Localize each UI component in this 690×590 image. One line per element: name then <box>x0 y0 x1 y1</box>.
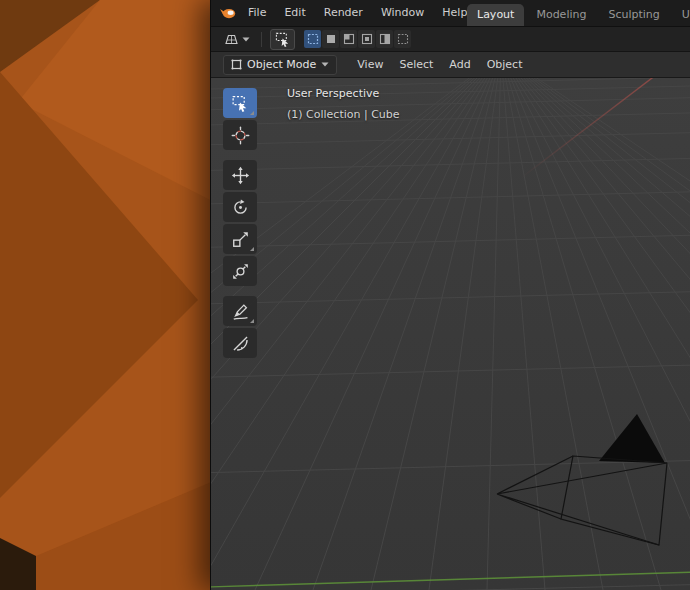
menu-select[interactable]: Select <box>391 52 441 77</box>
toggle-select-intersect[interactable] <box>376 30 393 48</box>
menu-file[interactable]: File <box>239 0 275 26</box>
tool-annotate[interactable] <box>223 296 257 326</box>
viewport-canvas[interactable]: User Perspective (1) Collection | Cube <box>211 78 690 590</box>
tool-scale[interactable] <box>223 224 257 254</box>
workspace-tabs: Layout Modeling Sculpting UV Ed <box>467 4 690 26</box>
toggle-select-add[interactable] <box>340 30 357 48</box>
measure-icon <box>231 334 250 353</box>
cursor-3d-icon <box>231 126 250 145</box>
toggle-select-lasso[interactable] <box>394 30 411 48</box>
tab-uv-editing[interactable]: UV Ed <box>672 4 690 26</box>
annotate-pen-icon <box>231 302 250 321</box>
tab-sculpting[interactable]: Sculpting <box>598 4 669 26</box>
topbar: File Edit Render Window Help Layout Mode… <box>211 0 690 27</box>
mode-dropdown[interactable]: Object Mode <box>223 55 337 75</box>
axis-y-line <box>211 572 690 587</box>
editor-type-button[interactable] <box>221 30 253 48</box>
tab-modeling[interactable]: Modeling <box>526 4 596 26</box>
active-tool-indicator[interactable] <box>270 29 295 50</box>
toggle-select-subtract[interactable] <box>358 30 375 48</box>
active-collection-label: (1) Collection | Cube <box>287 108 400 121</box>
tool-cursor[interactable] <box>223 120 257 150</box>
tool-transform[interactable] <box>223 256 257 286</box>
transform-icon <box>231 262 250 281</box>
menu-view[interactable]: View <box>349 52 391 77</box>
tool-group-gap <box>223 288 257 294</box>
viewport-header: Object Mode View Select Add Object <box>211 52 690 78</box>
tool-select-box[interactable] <box>223 88 257 118</box>
select-box-icon <box>274 31 292 48</box>
tab-layout[interactable]: Layout <box>467 4 524 26</box>
move-icon <box>231 166 250 185</box>
tool-group-gap <box>223 152 257 158</box>
viewport-overlay-text: User Perspective (1) Collection | Cube <box>287 87 400 121</box>
rotate-icon <box>231 198 250 217</box>
separator <box>261 32 262 47</box>
select-box-icon <box>231 94 250 113</box>
mode-dropdown-label: Object Mode <box>247 58 316 71</box>
grid-lines <box>211 78 690 590</box>
menu-add[interactable]: Add <box>441 52 478 77</box>
blender-window: File Edit Render Window Help Layout Mode… <box>210 0 690 590</box>
chevron-down-icon <box>321 62 329 67</box>
tool-rotate[interactable] <box>223 192 257 222</box>
tool-measure[interactable] <box>223 328 257 358</box>
scale-icon <box>231 230 250 249</box>
tool-settings-bar <box>211 27 690 52</box>
menu-object[interactable]: Object <box>479 52 531 77</box>
viewport-toolbar <box>223 88 257 358</box>
toggle-select-tweak[interactable] <box>304 30 321 48</box>
object-mode-icon <box>231 59 242 70</box>
editor-type-3d-viewport-icon <box>224 32 239 46</box>
camera-up-triangle <box>599 414 665 463</box>
menu-window[interactable]: Window <box>372 0 433 26</box>
view-perspective-label: User Perspective <box>287 87 400 100</box>
menu-render[interactable]: Render <box>315 0 372 26</box>
menu-edit[interactable]: Edit <box>275 0 314 26</box>
chevron-down-icon <box>242 37 250 42</box>
tool-move[interactable] <box>223 160 257 190</box>
select-mode-toggles <box>304 30 411 48</box>
blender-logo-icon[interactable] <box>217 5 239 21</box>
toggle-select-box[interactable] <box>322 30 339 48</box>
